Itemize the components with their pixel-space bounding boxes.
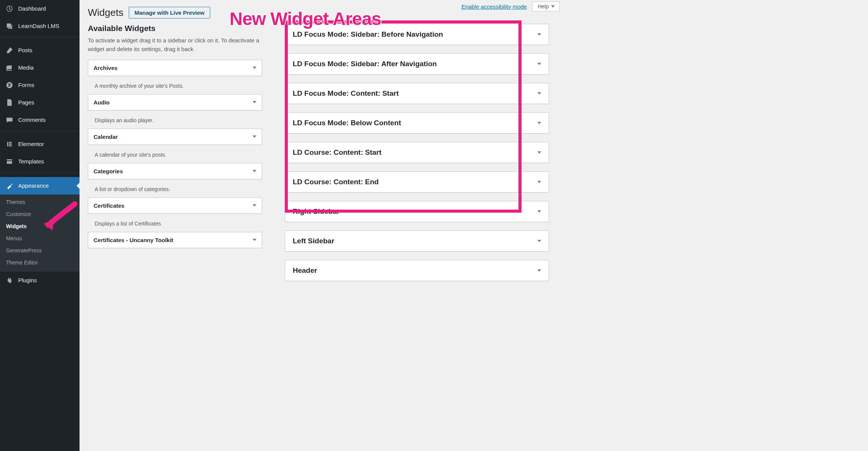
sidebar-item-posts[interactable]: Posts — [0, 42, 80, 59]
widget-area-header[interactable]: Right Sidebar — [285, 201, 549, 222]
appearance-submenu: ThemesCustomizeWidgetsMenusGeneratePress… — [0, 194, 80, 272]
sidebar-item-appearance[interactable]: Appearance — [0, 177, 80, 194]
svg-rect-5 — [9, 144, 12, 145]
available-widget[interactable]: Categories — [88, 163, 262, 179]
widget-area-name: LD Course: Content: Start — [293, 148, 381, 157]
widget-area-name: Header — [293, 266, 317, 275]
sidebar-item-label: Elementor — [18, 140, 44, 148]
submenu-item-menus[interactable]: Menus — [0, 232, 80, 244]
widget-area-name: LD Focus Mode: Below Content — [293, 119, 401, 127]
widget-area[interactable]: LD Course: Content: End — [285, 171, 549, 193]
widget-area-header[interactable]: LD Course: Content: End — [285, 172, 549, 192]
available-widgets-column: Available Widgets To activate a widget d… — [88, 24, 262, 289]
widget-area-header[interactable]: LD Focus Mode: Sidebar: Before Navigatio… — [285, 24, 549, 45]
available-widget[interactable]: Calendar — [88, 129, 262, 145]
widget-name: Categories — [94, 168, 123, 174]
widget-header[interactable]: Certificates — [88, 198, 262, 213]
comments-icon — [5, 116, 14, 124]
submenu-item-generatepress[interactable]: GeneratePress — [0, 244, 80, 257]
sidebar-item-plugins[interactable]: Plugins — [0, 272, 80, 289]
widget-area[interactable]: LD Focus Mode: Sidebar: After Navigation — [285, 53, 549, 75]
chevron-down-icon — [253, 135, 256, 138]
widget-header[interactable]: Certificates - Uncanny Toolkit — [88, 232, 262, 248]
widget-description: A list or dropdown of categories. — [88, 182, 262, 198]
available-widget[interactable]: Certificates - Uncanny Toolkit — [88, 232, 262, 248]
chevron-down-icon — [537, 210, 541, 213]
widget-area[interactable]: LD Focus Mode: Below Content — [285, 112, 549, 134]
widget-description: A monthly archive of your site's Posts. — [88, 79, 262, 94]
widget-area-name: LD Focus Mode: Sidebar: Before Navigatio… — [293, 30, 443, 39]
available-widget[interactable]: Audio — [88, 94, 262, 110]
chevron-down-icon — [537, 151, 541, 154]
svg-rect-4 — [9, 142, 12, 143]
elementor-icon — [5, 140, 14, 148]
widget-area-name: Left Sidebar — [293, 237, 334, 245]
widget-area-header[interactable]: LD Focus Mode: Sidebar: After Navigation — [285, 54, 549, 74]
dashboard-icon — [5, 5, 14, 13]
widget-area[interactable]: LD Course: Content: Start — [285, 142, 549, 163]
submenu-item-widgets[interactable]: Widgets — [0, 220, 80, 232]
help-button[interactable]: Help — [532, 2, 560, 11]
submenu-item-customize[interactable]: Customize — [0, 208, 80, 220]
chevron-down-icon — [253, 204, 256, 207]
widget-header[interactable]: Categories — [88, 163, 262, 179]
learndash-icon — [5, 22, 14, 30]
help-label: Help — [538, 3, 549, 9]
chevron-down-icon — [537, 181, 541, 183]
widget-header[interactable]: Audio — [88, 95, 262, 110]
sidebar-item-templates[interactable]: Templates — [0, 153, 80, 170]
sidebar-item-pages[interactable]: Pages — [0, 94, 80, 111]
widget-area-name: LD Focus Mode: Content: Start — [293, 89, 399, 98]
svg-point-0 — [10, 27, 12, 28]
plugins-icon — [5, 276, 14, 285]
chevron-down-icon — [537, 33, 541, 36]
widget-area[interactable]: Left Sidebar — [285, 230, 549, 252]
sidebar-item-label: LearnDash LMS — [18, 22, 59, 30]
manage-live-preview-button[interactable]: Manage with Live Preview — [129, 7, 210, 19]
admin-sidebar: DashboardLearnDash LMSPostsMediaFormsPag… — [0, 0, 80, 300]
chevron-down-icon — [253, 67, 256, 69]
sidebar-item-comments[interactable]: Comments — [0, 111, 80, 129]
menu-separator — [0, 37, 80, 39]
chevron-down-icon — [537, 240, 541, 242]
widget-area-name: LD Focus Mode: Sidebar: After Navigation — [293, 60, 437, 68]
widget-area[interactable]: LD Focus Mode: Sidebar: Before Navigatio… — [285, 24, 549, 45]
widget-area-header[interactable]: LD Focus Mode: Content: Start — [285, 83, 549, 104]
available-widget[interactable]: Certificates — [88, 198, 262, 214]
sidebar-item-label: Posts — [18, 47, 33, 54]
enable-accessibility-link[interactable]: Enable accessibility mode — [462, 3, 527, 10]
svg-point-1 — [11, 66, 12, 67]
sidebar-item-label: Forms — [18, 81, 34, 89]
widget-area[interactable]: LD Focus Mode: Content: Start — [285, 83, 549, 104]
widget-area-header[interactable]: Left Sidebar — [285, 231, 549, 251]
widget-description: A calendar of your site's posts. — [88, 148, 262, 163]
sidebar-item-media[interactable]: Media — [0, 59, 80, 76]
chevron-down-icon — [537, 63, 541, 65]
widget-name: Certificates — [94, 202, 125, 209]
sidebar-item-elementor[interactable]: Elementor — [0, 135, 80, 153]
sidebar-item-forms[interactable]: Forms — [0, 76, 80, 94]
media-icon — [5, 64, 14, 72]
sidebar-item-dashboard[interactable]: Dashboard — [0, 0, 80, 17]
available-widget[interactable]: Archives — [88, 60, 262, 76]
submenu-item-theme-editor[interactable]: Theme Editor — [0, 257, 80, 269]
widget-area-header[interactable]: Header — [285, 260, 549, 281]
sidebar-item-learndash-lms[interactable]: LearnDash LMS — [0, 17, 80, 35]
sidebar-item-label: Appearance — [18, 182, 49, 190]
menu-separator — [0, 131, 80, 133]
submenu-item-themes[interactable]: Themes — [0, 196, 80, 208]
widget-area[interactable]: Header — [285, 260, 549, 281]
svg-rect-3 — [7, 142, 8, 146]
chevron-down-icon — [537, 269, 541, 272]
chevron-down-icon — [253, 101, 256, 103]
available-widgets-heading: Available Widgets — [88, 24, 262, 33]
forms-icon — [5, 81, 14, 89]
widget-area-header[interactable]: LD Course: Content: Start — [285, 142, 549, 163]
widget-area[interactable]: Right Sidebar — [285, 201, 549, 222]
appearance-icon — [5, 182, 14, 190]
widget-header[interactable]: Calendar — [88, 129, 262, 145]
widget-header[interactable]: Archives — [88, 60, 262, 76]
chevron-down-icon — [537, 92, 541, 95]
widget-area-header[interactable]: LD Focus Mode: Below Content — [285, 113, 549, 133]
widget-description: Displays a list of Certificates — [88, 217, 262, 232]
